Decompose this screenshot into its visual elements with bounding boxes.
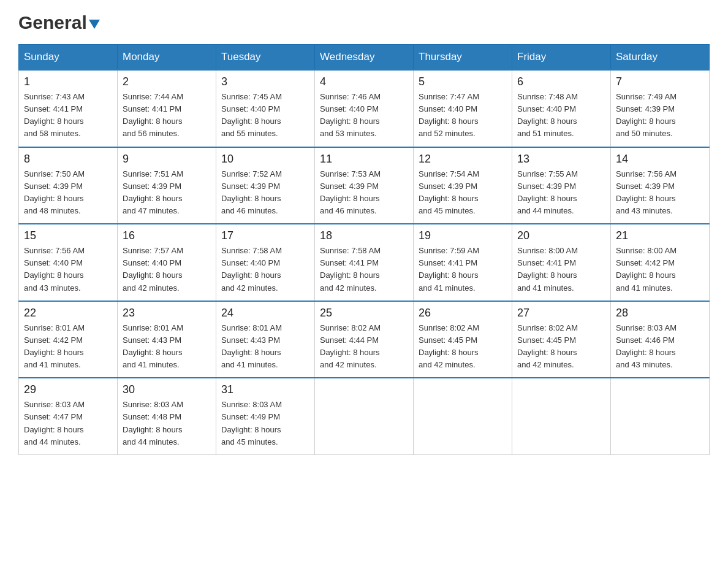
calendar-cell: 28 Sunrise: 8:03 AMSunset: 4:46 PMDaylig… — [611, 301, 710, 378]
logo: General — [18, 12, 100, 32]
calendar-cell: 16 Sunrise: 7:57 AMSunset: 4:40 PMDaylig… — [118, 224, 216, 301]
day-number: 21 — [616, 229, 704, 242]
day-number: 17 — [221, 229, 309, 242]
calendar-cell — [414, 378, 512, 454]
day-number: 23 — [123, 307, 211, 320]
calendar-cell: 2 Sunrise: 7:44 AMSunset: 4:41 PMDayligh… — [118, 70, 216, 147]
weekday-header-thursday: Thursday — [414, 45, 512, 71]
day-number: 15 — [24, 229, 112, 242]
day-info: Sunrise: 7:56 AMSunset: 4:39 PMDaylight:… — [616, 168, 704, 218]
calendar-cell: 19 Sunrise: 7:59 AMSunset: 4:41 PMDaylig… — [414, 224, 512, 301]
day-info: Sunrise: 7:57 AMSunset: 4:40 PMDaylight:… — [123, 245, 211, 294]
day-info: Sunrise: 8:03 AMSunset: 4:48 PMDaylight:… — [123, 399, 211, 448]
logo-triangle-icon — [89, 20, 100, 29]
calendar-cell: 22 Sunrise: 8:01 AMSunset: 4:42 PMDaylig… — [19, 301, 118, 378]
day-info: Sunrise: 8:00 AMSunset: 4:41 PMDaylight:… — [517, 245, 605, 294]
weekday-header-row: SundayMondayTuesdayWednesdayThursdayFrid… — [19, 45, 710, 71]
weekday-header-wednesday: Wednesday — [315, 45, 414, 71]
day-info: Sunrise: 8:00 AMSunset: 4:42 PMDaylight:… — [616, 245, 704, 294]
day-number: 9 — [123, 153, 211, 166]
day-info: Sunrise: 7:50 AMSunset: 4:39 PMDaylight:… — [24, 168, 112, 218]
day-info: Sunrise: 7:45 AMSunset: 4:40 PMDaylight:… — [221, 91, 309, 140]
calendar-cell: 12 Sunrise: 7:54 AMSunset: 4:39 PMDaylig… — [414, 147, 512, 224]
day-info: Sunrise: 8:01 AMSunset: 4:42 PMDaylight:… — [24, 322, 112, 372]
calendar-cell — [512, 378, 611, 454]
day-number: 24 — [221, 307, 309, 320]
calendar-cell: 20 Sunrise: 8:00 AMSunset: 4:41 PMDaylig… — [512, 224, 611, 301]
weekday-header-sunday: Sunday — [19, 45, 118, 71]
weekday-header-tuesday: Tuesday — [216, 45, 315, 71]
calendar-cell: 26 Sunrise: 8:02 AMSunset: 4:45 PMDaylig… — [414, 301, 512, 378]
day-info: Sunrise: 8:02 AMSunset: 4:45 PMDaylight:… — [517, 322, 605, 372]
week-row-3: 15 Sunrise: 7:56 AMSunset: 4:40 PMDaylig… — [19, 224, 710, 301]
calendar-cell: 24 Sunrise: 8:01 AMSunset: 4:43 PMDaylig… — [216, 301, 315, 378]
calendar-cell: 6 Sunrise: 7:48 AMSunset: 4:40 PMDayligh… — [512, 70, 611, 147]
day-number: 31 — [221, 383, 309, 396]
day-info: Sunrise: 7:58 AMSunset: 4:41 PMDaylight:… — [320, 245, 408, 294]
calendar: SundayMondayTuesdayWednesdayThursdayFrid… — [18, 44, 710, 455]
day-number: 12 — [419, 153, 507, 166]
day-info: Sunrise: 8:03 AMSunset: 4:49 PMDaylight:… — [221, 399, 309, 448]
day-number: 20 — [517, 229, 605, 242]
calendar-cell: 1 Sunrise: 7:43 AMSunset: 4:41 PMDayligh… — [19, 70, 118, 147]
day-number: 1 — [24, 75, 112, 88]
calendar-cell: 9 Sunrise: 7:51 AMSunset: 4:39 PMDayligh… — [118, 147, 216, 224]
day-number: 28 — [616, 307, 704, 320]
calendar-cell: 17 Sunrise: 7:58 AMSunset: 4:40 PMDaylig… — [216, 224, 315, 301]
week-row-2: 8 Sunrise: 7:50 AMSunset: 4:39 PMDayligh… — [19, 147, 710, 224]
calendar-cell — [611, 378, 710, 454]
day-number: 18 — [320, 229, 408, 242]
calendar-cell: 21 Sunrise: 8:00 AMSunset: 4:42 PMDaylig… — [611, 224, 710, 301]
day-number: 6 — [517, 75, 605, 88]
day-info: Sunrise: 7:47 AMSunset: 4:40 PMDaylight:… — [419, 91, 507, 140]
calendar-cell: 5 Sunrise: 7:47 AMSunset: 4:40 PMDayligh… — [414, 70, 512, 147]
day-number: 19 — [419, 229, 507, 242]
day-number: 29 — [24, 383, 112, 396]
day-info: Sunrise: 7:43 AMSunset: 4:41 PMDaylight:… — [24, 91, 112, 140]
calendar-cell: 11 Sunrise: 7:53 AMSunset: 4:39 PMDaylig… — [315, 147, 414, 224]
day-info: Sunrise: 7:56 AMSunset: 4:40 PMDaylight:… — [24, 245, 112, 294]
day-info: Sunrise: 8:01 AMSunset: 4:43 PMDaylight:… — [221, 322, 309, 372]
day-info: Sunrise: 8:01 AMSunset: 4:43 PMDaylight:… — [123, 322, 211, 372]
week-row-4: 22 Sunrise: 8:01 AMSunset: 4:42 PMDaylig… — [19, 301, 710, 378]
day-number: 22 — [24, 307, 112, 320]
day-number: 27 — [517, 307, 605, 320]
day-info: Sunrise: 7:49 AMSunset: 4:39 PMDaylight:… — [616, 91, 704, 140]
day-number: 30 — [123, 383, 211, 396]
day-info: Sunrise: 7:54 AMSunset: 4:39 PMDaylight:… — [419, 168, 507, 218]
weekday-header-saturday: Saturday — [611, 45, 710, 71]
weekday-header-friday: Friday — [512, 45, 611, 71]
calendar-cell: 25 Sunrise: 8:02 AMSunset: 4:44 PMDaylig… — [315, 301, 414, 378]
calendar-cell: 23 Sunrise: 8:01 AMSunset: 4:43 PMDaylig… — [118, 301, 216, 378]
day-info: Sunrise: 8:02 AMSunset: 4:45 PMDaylight:… — [419, 322, 507, 372]
day-number: 25 — [320, 307, 408, 320]
day-info: Sunrise: 7:48 AMSunset: 4:40 PMDaylight:… — [517, 91, 605, 140]
calendar-cell: 13 Sunrise: 7:55 AMSunset: 4:39 PMDaylig… — [512, 147, 611, 224]
calendar-cell: 3 Sunrise: 7:45 AMSunset: 4:40 PMDayligh… — [216, 70, 315, 147]
day-number: 7 — [616, 75, 704, 88]
week-row-1: 1 Sunrise: 7:43 AMSunset: 4:41 PMDayligh… — [19, 70, 710, 147]
day-number: 2 — [123, 75, 211, 88]
day-number: 4 — [320, 75, 408, 88]
calendar-cell: 27 Sunrise: 8:02 AMSunset: 4:45 PMDaylig… — [512, 301, 611, 378]
calendar-cell: 4 Sunrise: 7:46 AMSunset: 4:40 PMDayligh… — [315, 70, 414, 147]
calendar-cell: 29 Sunrise: 8:03 AMSunset: 4:47 PMDaylig… — [19, 378, 118, 454]
day-info: Sunrise: 7:46 AMSunset: 4:40 PMDaylight:… — [320, 91, 408, 140]
calendar-cell — [315, 378, 414, 454]
calendar-cell: 14 Sunrise: 7:56 AMSunset: 4:39 PMDaylig… — [611, 147, 710, 224]
header: General — [18, 12, 710, 32]
day-info: Sunrise: 8:02 AMSunset: 4:44 PMDaylight:… — [320, 322, 408, 372]
calendar-cell: 18 Sunrise: 7:58 AMSunset: 4:41 PMDaylig… — [315, 224, 414, 301]
day-info: Sunrise: 8:03 AMSunset: 4:46 PMDaylight:… — [616, 322, 704, 372]
calendar-cell: 7 Sunrise: 7:49 AMSunset: 4:39 PMDayligh… — [611, 70, 710, 147]
day-info: Sunrise: 7:55 AMSunset: 4:39 PMDaylight:… — [517, 168, 605, 218]
day-info: Sunrise: 7:58 AMSunset: 4:40 PMDaylight:… — [221, 245, 309, 294]
day-number: 8 — [24, 153, 112, 166]
calendar-cell: 31 Sunrise: 8:03 AMSunset: 4:49 PMDaylig… — [216, 378, 315, 454]
day-info: Sunrise: 8:03 AMSunset: 4:47 PMDaylight:… — [24, 399, 112, 448]
day-number: 11 — [320, 153, 408, 166]
day-number: 3 — [221, 75, 309, 88]
logo-general: General — [18, 12, 87, 33]
calendar-cell: 8 Sunrise: 7:50 AMSunset: 4:39 PMDayligh… — [19, 147, 118, 224]
calendar-cell: 15 Sunrise: 7:56 AMSunset: 4:40 PMDaylig… — [19, 224, 118, 301]
